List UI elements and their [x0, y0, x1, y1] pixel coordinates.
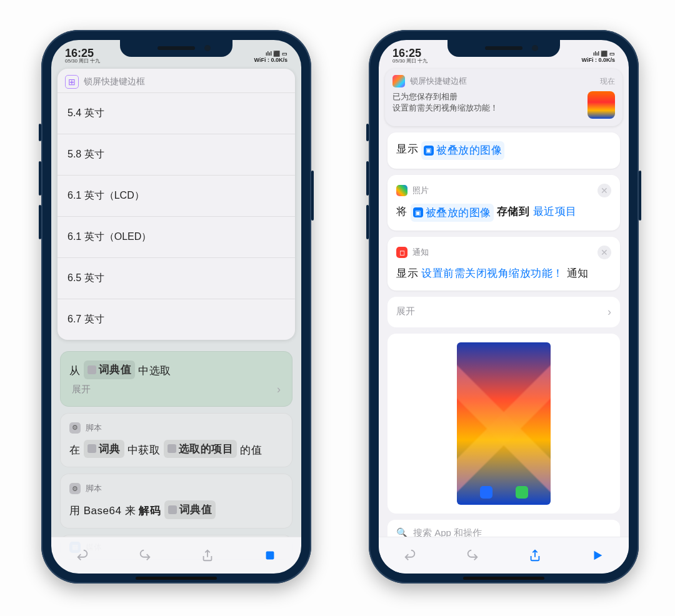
wallpaper-preview [388, 334, 620, 514]
action-base64-decode[interactable]: ⚙脚本 用 Base64 来 解码 词典值 [60, 474, 292, 529]
sheet-title: 锁屏快捷键边框 [84, 76, 145, 87]
share-icon[interactable] [201, 549, 214, 562]
notif-line2: 设置前需关闭视角缩放功能！ [392, 102, 498, 114]
expand-label[interactable]: 展开 [72, 384, 91, 395]
action-choose-from-dict[interactable]: 从 词典值 中选取 展开 › [60, 351, 292, 407]
status-time: 16:25 [65, 47, 100, 59]
share-icon[interactable] [528, 549, 542, 562]
gear-icon: ⚙ [69, 483, 81, 494]
picker-option[interactable]: 6.5 英寸 [58, 257, 295, 299]
chevron-right-icon: › [608, 306, 611, 319]
play-icon[interactable] [591, 549, 604, 562]
gear-icon: ⚙ [69, 422, 81, 434]
action-show-notification[interactable]: ◻ 通知 ✕ 显示 设置前需关闭视角缩放功能！ 通知 [388, 237, 620, 291]
picker-option[interactable]: 6.1 英寸（OLED） [58, 216, 295, 257]
token-selected-item: 选取的项目 [164, 440, 238, 459]
shortcuts-app-icon [392, 75, 405, 87]
delete-action-icon[interactable]: ✕ [598, 246, 611, 259]
notif-time: 现在 [600, 76, 615, 87]
toolbar [379, 537, 629, 574]
status-wifi: WiFi : 0.0K/s [254, 57, 288, 64]
notif-thumbnail [588, 91, 615, 119]
action-show-image[interactable]: 显示 ▣被叠放的图像 [388, 132, 620, 169]
notch [120, 39, 232, 57]
token-dictionary: 词典 [84, 440, 124, 459]
status-wifi: WiFi : 0.0K/s [582, 57, 615, 64]
redo-icon[interactable] [466, 549, 479, 562]
picker-option[interactable]: 6.7 英寸 [58, 299, 295, 340]
picker-option[interactable]: 5.4 英寸 [58, 92, 295, 134]
delete-action-icon[interactable]: ✕ [598, 184, 611, 197]
undo-icon[interactable] [76, 549, 89, 562]
stop-icon[interactable] [263, 549, 277, 562]
home-indicator[interactable] [136, 577, 217, 580]
token-dictionary-value: 词典值 [84, 360, 136, 379]
toolbar [51, 537, 301, 574]
notif-app-name: 锁屏快捷键边框 [410, 76, 467, 87]
phone-left: 16:25 05/30 周日 十九 ılıl ⬛ ▭ WiFi : 0.0K/s… [41, 30, 311, 584]
size-picker-sheet: ⊞ 锁屏快捷键边框 5.4 英寸 5.8 英寸 6.1 英寸（LCD） 6.1 … [58, 69, 295, 340]
token-overlaid-image: ▣被叠放的图像 [421, 141, 504, 160]
phone-right: 16:25 05/30 周日 十九 ılıl ⬛ ▭ WiFi : 0.0K/s… [369, 30, 639, 584]
redo-icon[interactable] [138, 549, 152, 562]
action-save-to-photos[interactable]: 照片 ✕ 将 ▣被叠放的图像 存储到 最近项目 [388, 175, 620, 231]
expand-row[interactable]: 展开 › [388, 297, 620, 327]
notification-banner[interactable]: 锁屏快捷键边框 现在 已为您保存到相册 设置前需关闭视角缩放功能！ [385, 69, 622, 126]
status-time: 16:25 [392, 47, 428, 59]
token-dictionary-value: 词典值 [164, 500, 216, 519]
undo-icon[interactable] [403, 549, 417, 562]
picker-option[interactable]: 5.8 英寸 [58, 134, 295, 175]
notif-line1: 已为您保存到相册 [392, 91, 498, 102]
notch [448, 39, 560, 57]
status-date: 05/30 周日 十九 [392, 59, 428, 64]
photos-icon [396, 185, 408, 196]
svg-rect-0 [266, 552, 274, 560]
status-date: 05/30 周日 十九 [65, 59, 100, 64]
notification-message[interactable]: 设置前需关闭视角缩放功能！ [421, 267, 564, 279]
token-overlaid-image: ▣被叠放的图像 [411, 204, 494, 222]
notification-icon: ◻ [396, 247, 408, 258]
chevron-right-icon: › [277, 383, 281, 396]
token-recents-album[interactable]: 最近项目 [533, 206, 577, 217]
dock-app-icon [480, 486, 492, 499]
home-indicator[interactable] [463, 577, 544, 580]
picker-option[interactable]: 6.1 英寸（LCD） [58, 175, 295, 216]
dock-app-icon [516, 486, 528, 499]
action-get-dict-value[interactable]: ⚙脚本 在 词典 中获取 选取的项目 的值 [60, 413, 292, 468]
shortcuts-app-icon: ⊞ [65, 75, 79, 89]
